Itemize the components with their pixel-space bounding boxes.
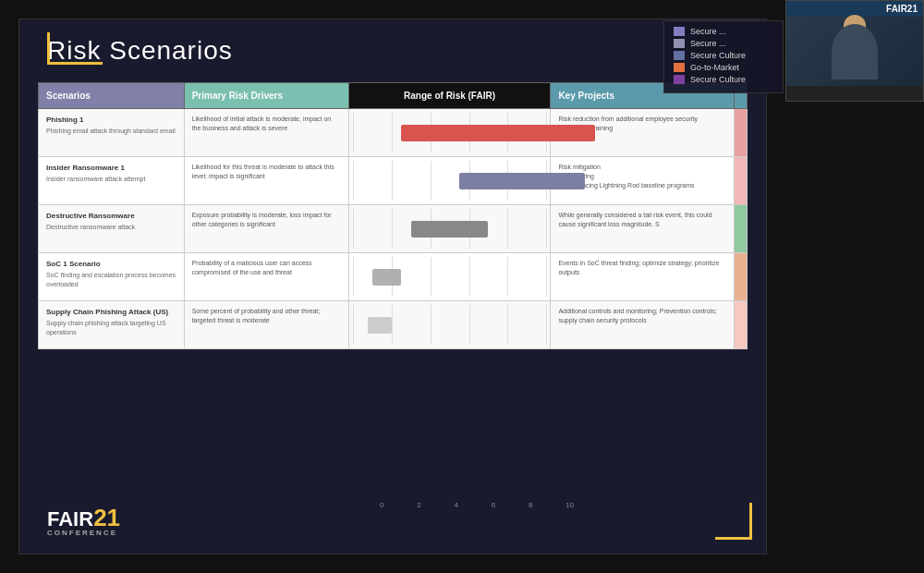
legend-item-1: Secure ... [674, 39, 773, 48]
table-row-tag-0 [734, 109, 747, 157]
table-row-tag-3 [734, 253, 747, 301]
legend-label-3: Go-to-Market [690, 63, 739, 72]
table-row-risk-2: Exposure probability is moderate, loss i… [184, 205, 348, 253]
legend-item-3: Go-to-Market [674, 63, 773, 72]
fair-conference: CONFERENCE [47, 529, 120, 537]
person-silhouette [832, 24, 878, 79]
axis-8: 8 [529, 501, 532, 509]
table-row-risk-4: Some percent of probability and other th… [184, 301, 348, 349]
legend-label-1: Secure ... [690, 39, 726, 48]
axis-4: 4 [454, 501, 457, 509]
table-row-scenario-2: Destructive RansomwareDestructive ransom… [39, 205, 185, 253]
slide-title: Risk Scenarios [19, 19, 766, 75]
table-row-scenario-3: SoC 1 ScenarioSoC finding and escalation… [39, 253, 185, 301]
legend-color-3 [674, 63, 685, 72]
table-row-range-2 [348, 205, 551, 253]
legend-label-0: Secure ... [690, 27, 726, 36]
legend-color-4 [674, 75, 685, 84]
table-row-project-2: While generally considered a tail risk e… [551, 205, 734, 253]
axis-6: 6 [492, 501, 495, 509]
legend-color-0 [674, 27, 685, 36]
legend-label-4: Secure Culture [690, 75, 746, 84]
legend-color-1 [674, 39, 685, 48]
corner-decoration [715, 503, 752, 540]
table-row-project-3: Events in SoC threat finding; optimize s… [551, 253, 734, 301]
table-container: Scenarios Primary Risk Drivers Range of … [19, 82, 766, 349]
table-row-scenario-4: Supply Chain Phishing Attack (US)Supply … [39, 301, 185, 349]
table-row-scenario-1: Insider Ransomware 1Insider ransomware a… [39, 157, 185, 205]
table-row-range-3 [348, 253, 551, 301]
table-row-risk-1: Likelihood for this threat is moderate t… [184, 157, 348, 205]
table-row-risk-0: Likelihood of initial attack is moderate… [184, 109, 348, 157]
table-row-tag-1 [734, 157, 747, 205]
legend-panel: Secure ...Secure ...Secure CultureGo-to-… [663, 20, 784, 93]
legend-item-2: Secure Culture [674, 51, 773, 60]
person-body [832, 24, 878, 79]
fair-text: FAIR [47, 507, 93, 530]
main-slide: Risk Scenarios Scenarios Primary Risk Dr… [18, 18, 767, 555]
legend-color-2 [674, 51, 685, 60]
fair-year: 21 [93, 504, 120, 531]
fair-logo: FAIR21 CONFERENCE [47, 504, 120, 537]
axis-2: 2 [417, 501, 420, 509]
webcam-overlay: FAIR21 [785, 0, 924, 102]
legend-item-4: Secure Culture [674, 75, 773, 84]
risk-table: Scenarios Primary Risk Drivers Range of … [38, 82, 748, 349]
table-row-range-4 [348, 301, 551, 349]
table-row-risk-3: Probability of a malicious user can acce… [184, 253, 348, 301]
col-header-scenarios: Scenarios [39, 83, 185, 109]
axis-0: 0 [380, 501, 383, 509]
col-header-primary-risk: Primary Risk Drivers [184, 83, 348, 109]
table-row-tag-4 [734, 301, 747, 349]
chart-axis: 0 2 4 6 8 10 [380, 501, 574, 509]
legend-label-2: Secure Culture [690, 51, 746, 60]
table-row-range-0 [348, 109, 551, 157]
webcam-feed [786, 17, 923, 86]
table-row-tag-2 [734, 205, 747, 253]
legend-item-0: Secure ... [674, 27, 773, 36]
axis-10: 10 [565, 501, 574, 509]
table-row-scenario-0: Phishing 1Phishing email attack through … [39, 109, 185, 157]
table-row-range-1 [348, 157, 551, 205]
col-header-range: Range of Risk (FAIR) [348, 83, 551, 109]
table-row-project-4: Additional controls and monitoring; Prev… [551, 301, 734, 349]
